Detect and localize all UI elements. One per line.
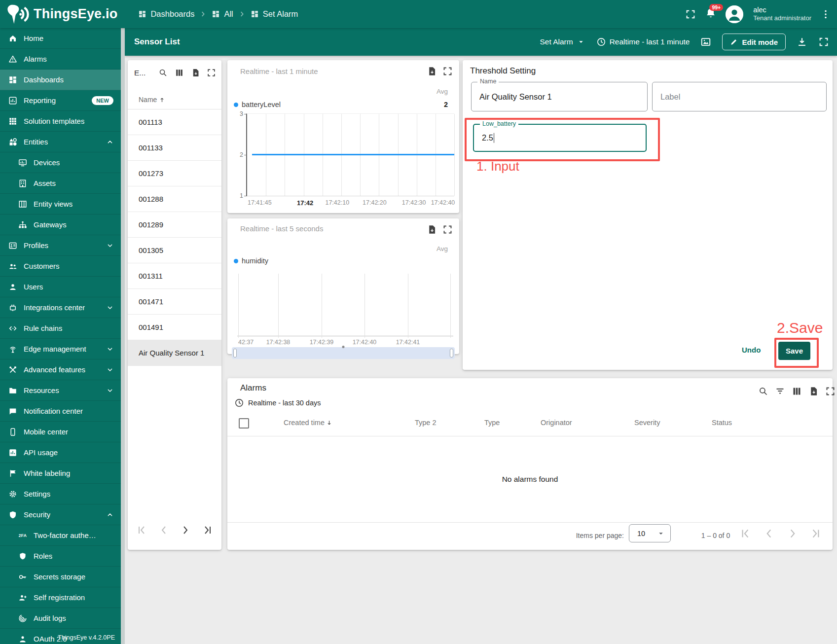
undo-button[interactable]: Undo (742, 346, 761, 354)
timewindow-scrollbar[interactable] (232, 347, 455, 359)
alarms-column-status[interactable]: Status (712, 419, 732, 427)
breadcrumb-item-set-alarm[interactable]: Set Alarm (251, 9, 298, 19)
sidebar-item-advanced-features[interactable]: Advanced features (0, 359, 121, 380)
first-page-icon[interactable] (739, 527, 752, 540)
sidebar-item-customers[interactable]: Customers (0, 256, 121, 277)
download-icon[interactable] (797, 36, 807, 47)
sidebar-item-edge-management[interactable]: Edge management (0, 339, 121, 359)
y-axis-tick: 3 (240, 110, 243, 117)
alarms-column-severity[interactable]: Severity (634, 419, 660, 427)
export-icon[interactable] (427, 224, 437, 235)
sidebar-item-rule-chains[interactable]: Rule chains (0, 318, 121, 339)
sidebar-item-secrets-storage[interactable]: Secrets storage (0, 567, 121, 587)
columns-icon[interactable] (792, 386, 802, 396)
next-page-icon[interactable] (786, 527, 799, 540)
entity-row-001133[interactable]: 001133 (128, 135, 221, 161)
last-page-icon[interactable] (809, 527, 822, 540)
user-info[interactable]: alec Tenant administrator (753, 5, 811, 22)
alarms-column-originator[interactable]: Originator (541, 419, 572, 427)
legend-humidity[interactable]: humidity (234, 257, 268, 265)
battery-chart-plot[interactable]: 321 (246, 113, 454, 196)
app-logo[interactable]: ThingsEye.io (6, 4, 117, 25)
filter-icon[interactable] (775, 386, 785, 396)
alarms-column-type-2[interactable]: Type 2 (415, 419, 437, 427)
notifications-bell[interactable]: 99+ (705, 7, 717, 21)
sidebar-item-assets[interactable]: Assets (0, 173, 121, 194)
search-icon[interactable] (158, 68, 168, 77)
name-column-header[interactable]: Name (139, 96, 166, 104)
sidebar-item-reporting[interactable]: Reporting NEW (0, 90, 121, 111)
first-page-icon[interactable] (136, 524, 147, 536)
sidebar-item-resources[interactable]: Resources (0, 380, 121, 401)
sidebar-item-mobile-center[interactable]: Mobile center (0, 422, 121, 442)
edit-mode-button[interactable]: Edit mode (722, 34, 786, 50)
sidebar-item-api-usage[interactable]: API usage (0, 442, 121, 463)
sidebar-item-settings[interactable]: Settings (0, 484, 121, 504)
entity-row-001273[interactable]: 001273 (128, 161, 221, 186)
kebab-menu-icon[interactable] (820, 9, 831, 20)
sidebar-item-solution-templates[interactable]: Solution templates (0, 111, 121, 132)
entity-row-001471[interactable]: 001471 (128, 289, 221, 315)
export-icon[interactable] (427, 66, 437, 76)
sidebar-item-two-factor-authenticati[interactable]: 2FA Two-factor authenticati... (0, 525, 121, 546)
fullscreen-icon[interactable] (685, 9, 696, 20)
save-button[interactable]: Save (778, 342, 810, 360)
scrollbar-right-handle[interactable] (450, 349, 453, 358)
export-icon[interactable] (191, 68, 200, 77)
prev-page-icon[interactable] (158, 524, 170, 536)
search-icon[interactable] (758, 386, 768, 396)
sidebar-item-profiles[interactable]: Profiles (0, 235, 121, 256)
sidebar-scrollbar[interactable] (121, 28, 125, 644)
breadcrumb-item-all[interactable]: All (212, 9, 233, 19)
items-per-page-select[interactable]: 10 (629, 524, 671, 542)
sidebar-item-gateways[interactable]: Gateways (0, 215, 121, 235)
low-battery-field[interactable]: Low_battery 2.5 (473, 124, 647, 152)
sidebar-item-dashboards[interactable]: Dashboards (0, 70, 121, 90)
sidebar-item-roles[interactable]: Roles (0, 546, 121, 567)
columns-icon[interactable] (175, 68, 184, 77)
breadcrumb-item-dashboards[interactable]: Dashboards (138, 9, 194, 19)
sidebar-item-alarms[interactable]: Alarms (0, 49, 121, 70)
sidebar-item-users[interactable]: Users (0, 277, 121, 297)
sidebar-item-home[interactable]: Home (0, 28, 121, 49)
humidity-chart-plot[interactable] (237, 274, 453, 336)
label-field[interactable]: Label (652, 82, 827, 111)
legend-batteryLevel[interactable]: batteryLevel (234, 101, 281, 108)
fullscreen-icon[interactable] (825, 386, 836, 396)
sidebar-item-notification-center[interactable]: Notification center (0, 401, 121, 422)
alarms-column-type[interactable]: Type (484, 419, 500, 427)
entity-row-001491[interactable]: 001491 (128, 315, 221, 340)
sidebar-item-security[interactable]: Security (0, 504, 121, 525)
sidebar-item-devices[interactable]: Devices (0, 152, 121, 173)
sidebar-item-integrations-center[interactable]: Integrations center (0, 297, 121, 318)
export-icon[interactable] (808, 386, 819, 396)
entity-row-air-quality-sensor-1[interactable]: Air Quality Sensor 1 (128, 340, 221, 366)
scrollbar-left-handle[interactable] (233, 349, 237, 358)
alarms-timewindow-button[interactable]: Realtime - last 30 days (234, 398, 321, 408)
next-page-icon[interactable] (180, 524, 191, 536)
fullscreen-icon[interactable] (818, 36, 829, 47)
timewindow-button[interactable]: Realtime - last 1 minute (596, 37, 690, 47)
entity-row-001311[interactable]: 001311 (128, 263, 221, 289)
dashboard-state-select[interactable]: Set Alarm (540, 37, 585, 46)
sidebar-item-entity-views[interactable]: Entity views (0, 194, 121, 215)
select-all-checkbox[interactable] (239, 418, 249, 429)
screenshot-icon[interactable] (700, 36, 711, 47)
avatar[interactable] (726, 5, 743, 23)
sidebar-item-entities[interactable]: Entities (0, 132, 121, 152)
name-field[interactable]: Name Air Quality Sensor 1 (471, 82, 648, 111)
entity-row-001113[interactable]: 001113 (128, 109, 221, 135)
last-page-icon[interactable] (202, 524, 214, 536)
sidebar-item-self-registration[interactable]: Self registration (0, 587, 121, 608)
fullscreen-icon[interactable] (442, 224, 453, 235)
sidebar-item-white-labeling[interactable]: White labeling (0, 463, 121, 484)
sidebar-item-audit-logs[interactable]: Audit logs (0, 608, 121, 629)
entity-row-001289[interactable]: 001289 (128, 212, 221, 238)
fullscreen-icon[interactable] (207, 68, 216, 77)
entity-row-001305[interactable]: 001305 (128, 238, 221, 263)
fullscreen-icon[interactable] (442, 66, 453, 76)
entity-row-001288[interactable]: 001288 (128, 186, 221, 212)
prev-page-icon[interactable] (763, 527, 775, 540)
alarms-column-created-time[interactable]: Created time (284, 419, 333, 427)
entity-pagination (128, 524, 221, 536)
